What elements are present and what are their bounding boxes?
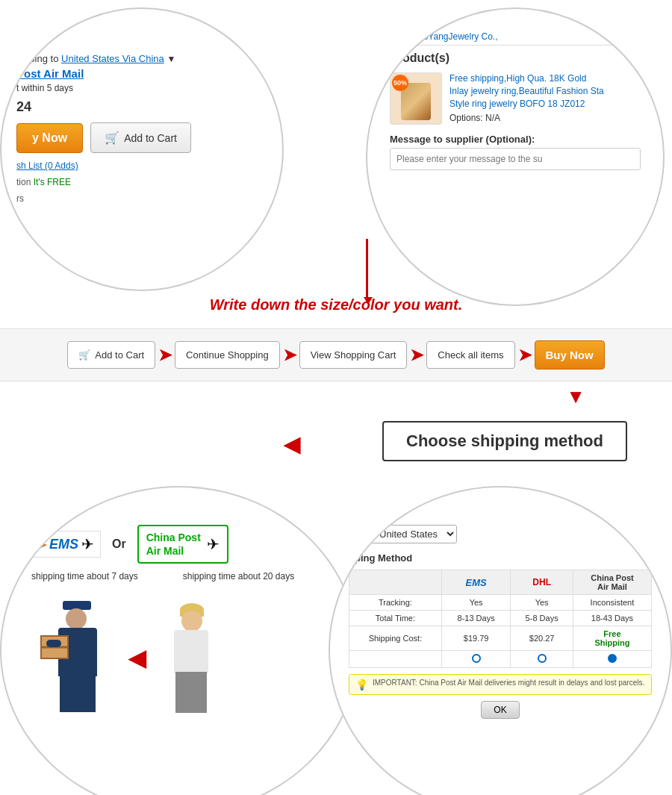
radio-ems[interactable]: [441, 651, 511, 668]
cart-icon: 🛒: [105, 131, 119, 145]
message-input[interactable]: [390, 148, 641, 170]
radio-china-btn[interactable]: [608, 654, 617, 663]
ems-text: EMS: [49, 537, 78, 552]
package: [40, 635, 69, 659]
radio-ems-btn[interactable]: [472, 654, 481, 663]
col-header-ems: EMS: [441, 570, 511, 595]
time-ems: 8-13 Days: [441, 611, 511, 626]
customer-torso: [174, 630, 208, 673]
check-items-label: Check all items: [438, 349, 503, 361]
write-down-section: Write down the size/color you want.: [0, 296, 672, 314]
arrow-connector: [366, 239, 368, 299]
tracking-dhl: Yes: [511, 595, 573, 611]
china-post-time-text: shipping time about 20 days: [183, 571, 294, 582]
arrow-3: ➤: [410, 346, 423, 365]
shipping-options-row: ▶ EMS ✈ Or China PostAir Mail ✈: [31, 525, 327, 564]
bottom-left-circle: ▶ EMS ✈ Or China PostAir Mail ✈ shipping…: [0, 486, 358, 795]
years-text: rs: [16, 193, 267, 204]
arrow-2: ➤: [283, 346, 296, 365]
left-arrow-icon: ◀: [284, 432, 300, 457]
us-flag-icon: [349, 529, 364, 540]
important-notice: 💡 IMPORTANT: China Post Air Mail deliver…: [349, 674, 652, 695]
cost-china: FreeShipping: [573, 626, 651, 651]
head: [66, 608, 87, 629]
shipping-method-table-label: pping Method: [349, 552, 652, 564]
shipping-link[interactable]: United States Via China: [61, 53, 164, 64]
or-label: Or: [112, 537, 126, 551]
buy-now-step-label: Buy Now: [546, 349, 594, 361]
country-dropdown[interactable]: United States: [370, 525, 457, 543]
bulb-icon: 💡: [355, 679, 368, 690]
radio-dhl[interactable]: [511, 651, 573, 668]
arrow-4: ➤: [518, 346, 532, 365]
options-text: Options: N/A: [449, 113, 606, 123]
step-buy-now-button[interactable]: Buy Now: [535, 340, 605, 370]
customer-legs: [175, 672, 207, 713]
view-cart-label: View Shopping Cart: [311, 349, 396, 361]
product-thumbnail: 50%: [390, 72, 442, 125]
bottom-right-circle: United States pping Method EMS DHL China…: [329, 486, 672, 795]
continue-shopping-label: Continue Shopping: [186, 349, 269, 361]
vertical-arrow-section: ▼: [0, 381, 672, 411]
arrow-1: ➤: [158, 346, 172, 365]
tracking-ems: Yes: [441, 595, 511, 611]
radio-label-empty: [349, 651, 442, 668]
radio-china[interactable]: [573, 651, 651, 668]
customer-head: [181, 611, 202, 632]
plane-icon-ems: ✈: [81, 535, 94, 553]
time-china: 18-43 Days: [573, 611, 651, 626]
ok-button[interactable]: OK: [481, 701, 519, 719]
time-dhl: 5-8 Days: [511, 611, 573, 626]
important-notice-text: IMPORTANT: China Post Air Mail deliverie…: [373, 679, 644, 687]
discount-badge: 50%: [392, 75, 408, 91]
shipping-times: shipping time about 7 days shipping time…: [31, 571, 327, 582]
seller-text: ner: ZhuoYangJewelry Co.,: [390, 31, 641, 46]
tracking-label: Tracking:: [349, 595, 442, 611]
step-continue-shopping-button[interactable]: Continue Shopping: [175, 341, 280, 369]
dhl-header-logo: DHL: [532, 577, 551, 587]
step-add-cart-label: Add to Cart: [95, 349, 144, 361]
table-row-radio: [349, 651, 652, 668]
wish-list-link[interactable]: sh List (0 Adds): [16, 160, 267, 171]
product-row: 50% Free shipping,High Qua. 18K Gold Inl…: [390, 72, 641, 125]
step-add-cart-button[interactable]: 🛒 Add to Cart: [67, 341, 155, 369]
col-header-china-post: China PostAir Mail: [573, 570, 651, 595]
buy-now-button[interactable]: y Now: [16, 123, 83, 153]
seller-name: ZhuoYangJewelry Co.,: [408, 31, 498, 42]
add-to-cart-label: Add to Cart: [124, 132, 177, 144]
china-post-box: China PostAir Mail ✈: [137, 525, 228, 564]
step-view-cart-button[interactable]: View Shopping Cart: [299, 341, 408, 369]
top-section: air hipping to United States Via China ▼…: [0, 0, 672, 328]
down-arrow-icon: ▼: [566, 387, 585, 406]
products-label: Product(s): [390, 52, 641, 65]
left-circle: air hipping to United States Via China ▼…: [0, 7, 284, 291]
shipping-method-label: Choose shipping method: [406, 431, 603, 450]
steps-section: 🛒 Add to Cart ➤ Continue Shopping ➤ View…: [0, 328, 672, 381]
country-select-row: United States: [349, 525, 652, 543]
plane-icon-china: ✈: [207, 535, 220, 553]
china-post-text: China PostAir Mail: [146, 531, 201, 558]
delivery-arrow-icon: ◀: [128, 645, 146, 671]
right-circle: ner: ZhuoYangJewelry Co., Product(s) 50%…: [366, 7, 665, 306]
ems-header-logo: EMS: [466, 577, 487, 588]
choose-shipping-method-box: Choose shipping method: [382, 421, 627, 461]
time-label: Total Time:: [349, 611, 442, 626]
product-description: Free shipping,High Qua. 18K Gold Inlay j…: [449, 72, 606, 110]
bottom-section: ▶ EMS ✈ Or China PostAir Mail ✈ shipping…: [0, 471, 672, 795]
ems-time-text: shipping time about 7 days: [31, 571, 138, 582]
shipping-options-table: EMS DHL China PostAir Mail Tracking: Yes…: [349, 570, 652, 668]
protection-text: tion It's FREE: [16, 177, 267, 187]
radio-dhl-btn[interactable]: [538, 654, 547, 663]
write-down-text: Write down the size/color you want.: [0, 296, 672, 314]
cart-icon-step: 🛒: [78, 349, 90, 361]
cost-dhl: $20.27: [511, 626, 573, 651]
tracking-china: Inconsistent: [573, 595, 651, 611]
air-label: air: [16, 39, 267, 50]
shipping-method-section: ◀ Choose shipping method: [0, 411, 672, 471]
within-days-text: t within 5 days: [16, 83, 267, 93]
col-header-empty: [349, 570, 442, 595]
arm: [46, 640, 61, 647]
free-text: It's FREE: [34, 177, 71, 187]
step-check-items-button[interactable]: Check all items: [426, 341, 514, 369]
add-to-cart-button[interactable]: 🛒 Add to Cart: [90, 122, 191, 153]
